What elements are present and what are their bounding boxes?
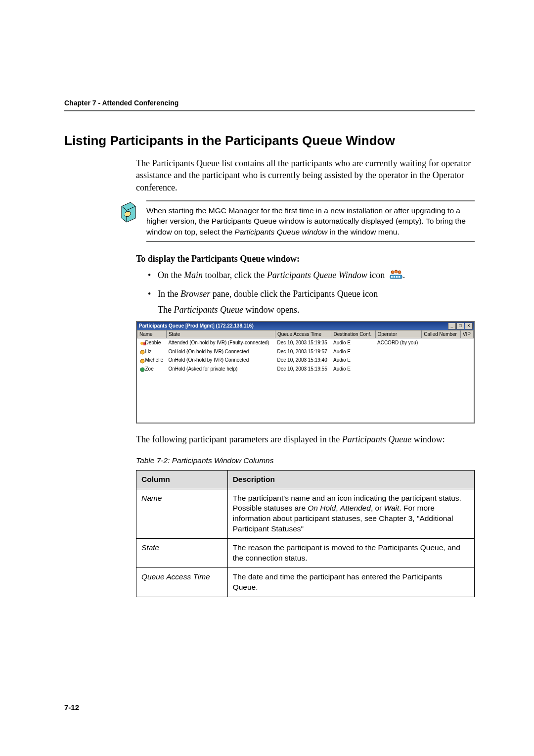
cell-state: Attended (On-hold by IVR) (Faulty-connec… [166,338,275,347]
table-row: State The reason the participant is move… [136,539,475,568]
cell-name: Liz [145,349,152,354]
cell-op [375,356,422,365]
participants-queue-window: Participants Queue [Prod Mgmt] (172.22.1… [136,321,475,424]
bullet-main-toolbar: On the Main toolbar, click the Participa… [148,269,475,283]
table-header-row: Name State Queue Access Time Destination… [137,330,474,338]
col-desc-qat: The date and time the participant has en… [227,568,474,597]
t: , [336,504,340,512]
after-window-text: The following participant parameters are… [136,433,475,445]
table-caption: Table 7-2: Participants Window Columns [136,456,475,466]
cell-name: Michelle [145,357,164,363]
t: pane, double click the Participants Queu… [210,289,378,299]
em-main: Main [184,270,203,280]
col-vip[interactable]: VIP [460,330,473,338]
cell-state: OnHold (On-hold by IVR) Connected [166,356,275,365]
cell-name: Zoe [145,366,154,372]
table-row: Queue Access Time The date and time the … [136,568,475,597]
em-browser: Browser [180,289,210,299]
cell-dest: Audio E [331,356,375,365]
table-row[interactable]: Michelle OnHold (On-hold by IVR) Connect… [137,356,474,365]
note-icon [119,200,139,224]
columns-description-table: Column Description Name The participant'… [136,470,475,597]
t: window: [411,434,445,444]
svg-point-1 [395,270,398,273]
window-close-button[interactable]: × [465,323,473,330]
note-text: When starting the MGC Manager for the fi… [146,200,475,242]
participants-queue-icon [389,269,403,284]
window-titlebar[interactable]: Participants Queue [Prod Mgmt] (172.22.1… [137,322,474,330]
col-label-name: Name [136,489,228,539]
table-row: Name The participant's name and an icon … [136,489,475,539]
t: The [158,305,174,315]
cell-state: OnHold (On-hold by IVR) Connected [166,347,275,356]
window-empty-area [137,373,474,423]
cell-dest: Audio E [331,347,375,356]
col-destination-conf[interactable]: Destination Conf. [331,330,375,338]
svg-rect-5 [394,276,395,278]
col-label-qat: Queue Access Time [136,568,228,597]
t: , or [371,504,384,512]
cell-state: OnHold (Asked for private help) [166,365,275,374]
col-operator[interactable]: Operator [375,330,422,338]
cell-time: Dec 10, 2003 15:19:57 [275,347,331,356]
svg-point-0 [391,271,394,274]
col-desc-state: The reason the participant is moved to t… [227,539,474,568]
col-queue-access-time[interactable]: Queue Access Time [275,330,331,338]
window-title: Participants Queue [Prod Mgmt] (172.22.1… [139,323,254,330]
note-part2: in the window menu. [327,228,400,236]
cell-dest: Audio E [331,338,375,347]
cell-op: ACCORD (by you) [375,338,422,347]
cell-op [375,347,422,356]
svg-rect-7 [399,276,400,278]
em: Attended [340,504,371,512]
header-rule [64,110,475,111]
em: On Hold [308,504,336,512]
t: icon [367,270,387,280]
cell-name: Debbie [145,340,161,345]
participant-status-icon [139,358,145,363]
svg-point-10 [140,350,144,354]
window-minimize-button[interactable]: _ [448,323,456,330]
t: window opens. [243,305,300,315]
note-em: Participants Queue window [234,228,327,236]
col-label-state: State [136,539,228,568]
cell-op [375,365,422,374]
participants-queue-table[interactable]: Name State Queue Access Time Destination… [137,330,474,374]
em: Wait [384,504,400,512]
t: toolbar, click the [203,270,267,280]
svg-rect-6 [396,276,398,278]
col-called-number[interactable]: Called Number [422,330,461,338]
participant-status-icon [139,367,145,372]
svg-point-12 [140,368,144,372]
section-title: Listing Participants in the Participants… [64,133,475,148]
procedure-heading: To display the Participants Queue window… [136,253,475,265]
svg-point-2 [398,271,401,274]
col-name[interactable]: Name [137,330,167,338]
cell-time: Dec 10, 2003 15:19:35 [275,338,331,347]
participant-status-icon [139,341,145,346]
svg-point-11 [140,359,144,363]
t: The following participant parameters are… [136,434,342,444]
em-pq2: Participants Queue [342,434,411,444]
intro-paragraph: The Participants Queue list contains all… [136,157,475,193]
t: In the [158,289,180,299]
window-maximize-button[interactable]: □ [456,323,464,330]
svg-point-8 [140,342,143,345]
cell-time: Dec 10, 2003 15:19:55 [275,365,331,374]
participant-status-icon [139,349,145,354]
svg-rect-4 [391,276,393,278]
table-row[interactable]: Liz OnHold (On-hold by IVR) Connected De… [137,347,474,356]
page-number: 7-12 [64,703,79,711]
cell-time: Dec 10, 2003 15:19:40 [275,356,331,365]
th-description: Description [227,470,474,489]
t: On the [158,270,184,280]
em-pqw: Participants Queue Window [267,270,367,280]
em-pq: Participants Queue [174,305,243,315]
table-row[interactable]: Zoe OnHold (Asked for private help) Dec … [137,365,474,374]
chapter-header: Chapter 7 - Attended Conferencing [64,99,475,107]
table-row[interactable]: Debbie Attended (On-hold by IVR) (Faulty… [137,338,474,347]
cell-dest: Audio E [331,365,375,374]
th-column: Column [136,470,228,489]
col-state[interactable]: State [166,330,275,338]
bullet-browser-pane: In the Browser pane, double click the Pa… [148,287,475,316]
